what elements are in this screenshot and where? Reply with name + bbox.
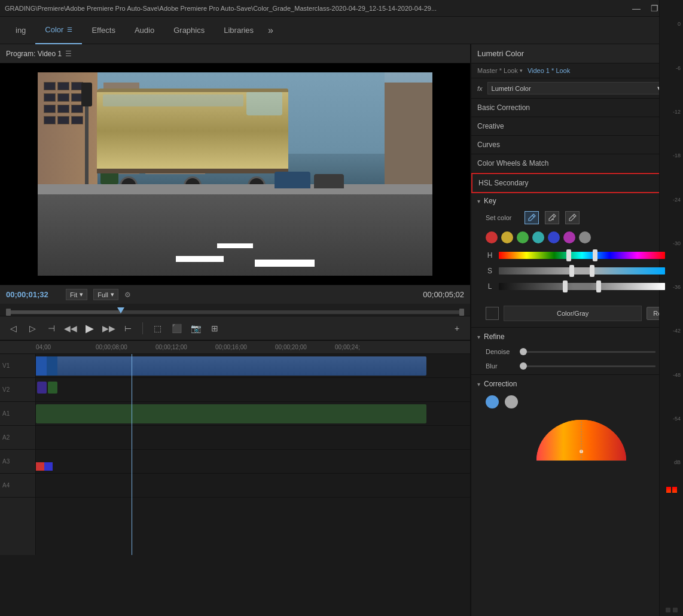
vu-label-24: -24 [661,196,681,204]
track-header-a2: A2 [0,426,35,450]
svg-line-3 [573,215,575,217]
nav-more-button[interactable]: » [263,25,278,36]
insert-button[interactable]: ⬚ [150,321,164,336]
ruler-tick-5: 00;00;24; [335,344,395,350]
blur-slider[interactable] [523,365,655,367]
nav-item-effects[interactable]: Effects [82,17,125,44]
hsl-l-handle-right[interactable] [596,280,601,292]
mark-out-button[interactable]: ▷ [25,321,39,336]
video-clip-v1[interactable] [36,356,426,376]
track-row-a2[interactable] [36,426,470,450]
nav-item-color[interactable]: Color ☰ [35,17,82,44]
correction-circle-gray[interactable] [505,395,518,408]
blur-handle[interactable] [520,362,527,370]
hsl-s-slider[interactable] [499,267,665,275]
refine-collapse-icon[interactable]: ▾ [477,334,480,340]
track-headers: V1 V2 A1 A2 A3 A4 [0,354,36,555]
correction-icons-row [471,393,683,413]
set-color-label: Set color [486,214,519,221]
hsl-h-handle-left[interactable] [566,249,571,261]
nav-item-editing[interactable]: ing [6,17,35,44]
eyedropper-add-button[interactable] [525,211,539,224]
section-creative[interactable]: Creative [471,117,683,136]
vu-bar-left [666,487,671,606]
swatch-cyan[interactable] [532,231,544,243]
hsl-h-row: H ✓ [486,251,677,260]
nav-item-audio[interactable]: Audio [125,17,164,44]
hsl-l-label: L [486,282,494,291]
color-clip-1[interactable] [37,382,47,394]
playhead-triangle [117,307,124,313]
scrub-bar-container[interactable] [0,304,470,316]
swatch-yellow[interactable] [501,231,513,243]
correction-collapse-icon[interactable]: ▾ [477,381,480,388]
section-curves-label: Curves [477,141,669,149]
section-hsl-secondary[interactable]: HSL Secondary [471,173,683,193]
hsl-s-label: S [486,267,494,275]
road [38,184,432,276]
playback-controls: ◁ ▷ ⊣ ◀◀ ▶ ▶▶ ⊢ ⬚ ⬛ 📷 ⊞ + [0,316,470,340]
scrub-track[interactable] [6,310,464,314]
minimize-button[interactable]: — [630,4,642,13]
swatch-magenta[interactable] [563,231,575,243]
hsl-l-handle-left[interactable] [563,280,568,292]
section-basic-correction[interactable]: Basic Correction [471,99,683,117]
section-curves[interactable]: Curves [471,136,683,154]
track-row-a4[interactable] [36,474,470,498]
fx-dropdown[interactable]: Lumetri Color ▾ [487,82,665,94]
scrub-left-handle[interactable] [6,309,11,316]
section-color-wheels[interactable]: Color Wheels & Match [471,154,683,173]
hsl-s-handle-right[interactable] [590,265,594,277]
hsl-l-slider[interactable] [499,283,665,290]
track-row-v1[interactable] [36,354,470,378]
refine-label: Refine [484,333,505,341]
color-mode-button[interactable]: Color/Gray [504,306,642,321]
color-mode-preview[interactable] [486,307,499,320]
step-back-button[interactable]: ◀◀ [63,321,78,336]
overwrite-button[interactable]: ⬛ [169,321,184,336]
multi-cam-button[interactable]: ⊞ [208,321,222,336]
blur-row: Blur 0,0 [471,360,683,372]
swatch-blue[interactable] [548,231,560,243]
swatch-green[interactable] [517,231,529,243]
add-button[interactable]: + [450,321,464,336]
track-row-v2[interactable] [36,378,470,402]
swatch-red[interactable] [486,231,498,243]
key-collapse-icon[interactable]: ▾ [477,198,480,205]
mark-in-button[interactable]: ◁ [6,321,20,336]
fx-badge: fx [477,85,483,92]
color-wheel-svg [533,416,629,463]
quality-dropdown[interactable]: Full ▾ [93,289,118,300]
step-forward-button[interactable]: ▶▶ [102,321,116,336]
scrub-right-handle[interactable] [459,309,464,316]
denoise-handle[interactable] [520,348,527,355]
vu-label-48: -48 [661,371,681,379]
eyedropper-subtract-button[interactable] [545,211,559,224]
settings-icon[interactable]: ⚙ [124,291,131,299]
fit-chevron-down-icon: ▾ [80,291,83,298]
goto-in-button[interactable]: ⊣ [44,321,59,336]
restore-button[interactable]: ❐ [648,4,660,13]
hsl-h-slider[interactable] [499,252,665,259]
timecode-out: 00;00;05;02 [423,290,464,299]
hsl-s-handle-left[interactable] [569,265,574,277]
fit-dropdown[interactable]: Fit ▾ [66,289,87,300]
swatch-gray[interactable] [579,231,591,243]
look-tab-video[interactable]: Video 1 * Look [528,67,570,74]
goto-out-button[interactable]: ⊢ [121,321,135,336]
eyedropper-add-icon [528,214,536,222]
hsl-h-handle-right[interactable] [593,249,597,261]
correction-circle-blue[interactable] [486,395,499,408]
nav-item-graphics[interactable]: Graphics [164,17,214,44]
look-tab-master[interactable]: Master * Look ▾ [477,67,523,74]
color-clip-2[interactable] [48,382,57,394]
denoise-slider[interactable] [523,351,655,353]
eyedropper-subtract-icon [548,214,556,222]
audio-clip-a1[interactable] [36,404,426,423]
track-row-a1[interactable] [36,402,470,426]
play-button[interactable]: ▶ [83,321,97,336]
eyedropper-clear-button[interactable] [565,211,580,224]
export-frame-button[interactable]: 📷 [188,321,203,336]
track-row-a3[interactable] [36,450,470,474]
nav-item-libraries[interactable]: Libraries [214,17,263,44]
